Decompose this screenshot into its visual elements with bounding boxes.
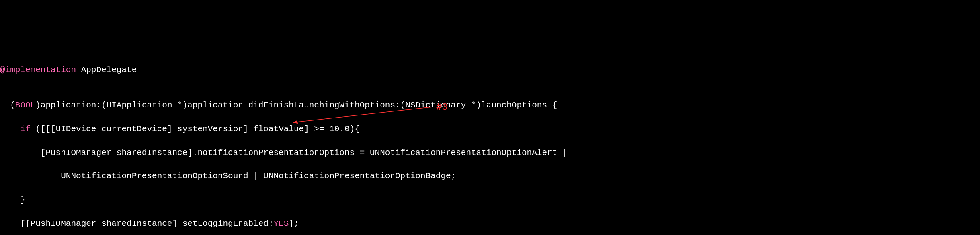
code-line-1: @implementation AppDelegate (0, 64, 980, 76)
keyword-if: if (20, 124, 30, 134)
type-bool: BOOL (15, 101, 35, 110)
code-line-8: [[PushIOManager sharedInstance] setLoggi… (0, 218, 980, 229)
code-line-6: UNNotificationPresentationOptionSound | … (0, 170, 980, 182)
code-line-3: - (BOOL)application:(UIApplication *)app… (0, 99, 980, 111)
code-line-7: } (0, 194, 980, 206)
code-line-4: if ([[[UIDevice currentDevice] systemVer… (0, 123, 980, 135)
keyword-implementation: @implementation (0, 65, 76, 74)
code-block: @implementation AppDelegate - (BOOL)appl… (0, 52, 980, 235)
class-name: AppDelegate (76, 65, 137, 74)
annotation-label: #3 (436, 101, 448, 114)
literal-yes: YES (274, 219, 289, 228)
code-line-5: [PushIOManager sharedInstance].notificat… (0, 147, 980, 159)
